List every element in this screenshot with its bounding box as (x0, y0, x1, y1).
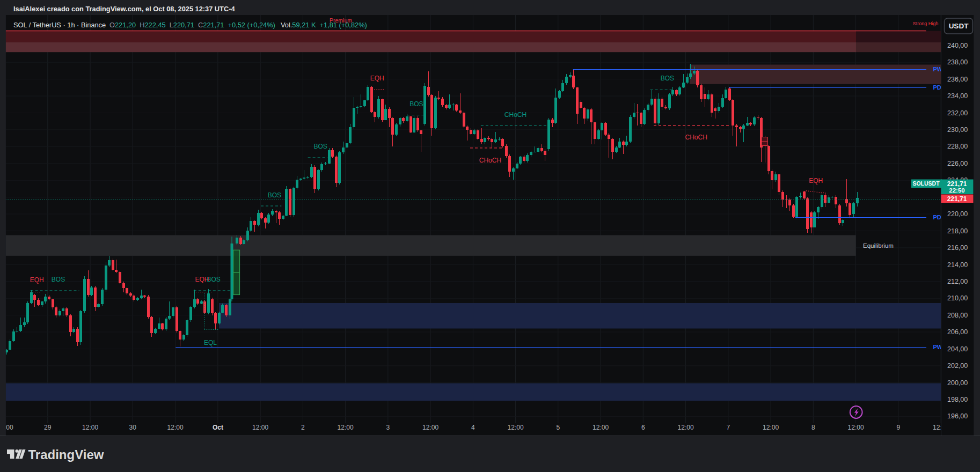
svg-text:SOLUSDT: SOLUSDT (912, 180, 940, 187)
svg-text:USDT: USDT (949, 22, 969, 30)
svg-text:12:00: 12:00 (593, 424, 609, 431)
svg-text:BOS: BOS (409, 100, 423, 108)
svg-text:12:00: 12:00 (422, 424, 438, 431)
svg-text:BOS: BOS (268, 191, 281, 199)
svg-text:IsaiAlexei creado con TradingV: IsaiAlexei creado con TradingView.com, e… (13, 5, 235, 13)
svg-text:234,00: 234,00 (947, 92, 968, 100)
svg-text:30: 30 (129, 424, 137, 431)
svg-text:218,00: 218,00 (947, 227, 968, 235)
svg-text:9: 9 (896, 424, 900, 431)
svg-text:240,00: 240,00 (947, 42, 968, 49)
svg-text:BOS: BOS (661, 75, 674, 82)
svg-text:200,00: 200,00 (947, 379, 968, 387)
svg-text:O221,20 H222,45 L220,71 C22: O221,20 H222,45 L220,71 C221,71 +0,52 (+… (109, 21, 275, 29)
svg-text:Strong High: Strong High (913, 21, 939, 26)
svg-text:232,00: 232,00 (947, 109, 968, 117)
svg-text:208,00: 208,00 (947, 312, 968, 319)
svg-text:202,00: 202,00 (947, 362, 968, 370)
svg-text:214,00: 214,00 (947, 261, 968, 269)
svg-text:216,00: 216,00 (947, 244, 968, 252)
svg-text:Vol.59,21 K +1,81 (+0,82%): Vol.59,21 K +1,81 (+0,82%) (281, 21, 367, 29)
svg-text:BOS: BOS (207, 276, 221, 283)
svg-text:221,71: 221,71 (947, 195, 967, 203)
svg-text:29: 29 (44, 424, 52, 431)
svg-text:TradingView: TradingView (28, 447, 104, 462)
svg-text:198,00: 198,00 (947, 396, 968, 403)
svg-text:CHoCH: CHoCH (504, 111, 526, 119)
svg-text:210,00: 210,00 (947, 294, 968, 302)
svg-text:12:00: 12:00 (167, 424, 184, 431)
svg-text:Oct: Oct (213, 424, 223, 431)
svg-text:22:50: 22:50 (949, 187, 964, 194)
svg-text:BOS: BOS (52, 276, 65, 283)
svg-text:12:00: 12:00 (82, 424, 98, 431)
svg-text:221,71: 221,71 (947, 180, 967, 188)
svg-text:CHoCH: CHoCH (479, 157, 501, 164)
svg-text:6: 6 (641, 424, 645, 431)
svg-text:228,00: 228,00 (947, 143, 968, 150)
svg-text:7: 7 (726, 424, 730, 431)
svg-text:226,00: 226,00 (947, 160, 968, 167)
svg-text:220,00: 220,00 (947, 210, 968, 218)
svg-text:12:00: 12:00 (763, 424, 779, 431)
svg-text:12:00: 12:00 (252, 424, 268, 431)
svg-text:12:00: 12:00 (508, 424, 524, 431)
svg-text:238,00: 238,00 (947, 58, 968, 66)
svg-text:5: 5 (556, 424, 560, 431)
svg-text:2: 2 (301, 424, 305, 431)
svg-text:236,00: 236,00 (947, 76, 968, 83)
svg-text:4: 4 (471, 424, 475, 431)
svg-text:EQH: EQH (370, 75, 384, 82)
svg-text:EQH: EQH (30, 276, 44, 284)
svg-text:Equilibrium: Equilibrium (863, 242, 894, 249)
svg-text:230,00: 230,00 (947, 126, 968, 134)
svg-text:12:00: 12:00 (338, 424, 354, 431)
svg-text:12:00: 12:00 (848, 424, 864, 431)
svg-text:CHoCH: CHoCH (685, 134, 707, 141)
svg-text:196,00: 196,00 (947, 412, 968, 420)
svg-text:8: 8 (811, 424, 815, 431)
svg-text:12:00: 12:00 (678, 424, 694, 431)
svg-text:EQL: EQL (204, 339, 217, 346)
svg-text:BOS: BOS (314, 143, 327, 150)
svg-text:212,00: 212,00 (947, 278, 968, 285)
svg-text:EQH: EQH (809, 177, 823, 185)
svg-text:3: 3 (386, 424, 390, 431)
svg-text:204,00: 204,00 (947, 345, 968, 353)
svg-text:SOL / TetherUS · 1h · Binance: SOL / TetherUS · 1h · Binance (13, 21, 106, 29)
svg-text:206,00: 206,00 (947, 328, 968, 336)
